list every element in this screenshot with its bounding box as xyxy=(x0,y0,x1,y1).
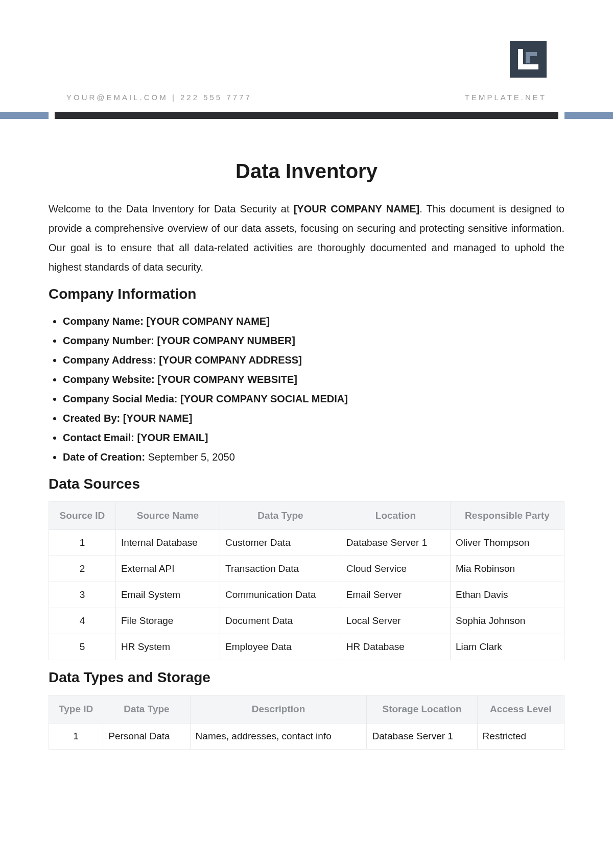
table-cell: Mia Robinson xyxy=(451,556,564,582)
table-cell: Customer Data xyxy=(220,530,341,556)
table-cell: External API xyxy=(115,556,220,582)
header-email: YOUR@EMAIL.COM xyxy=(66,93,168,102)
table-header: Data Type xyxy=(103,695,190,724)
table-header: Type ID xyxy=(49,695,103,724)
table-row: 1 Personal Data Names, addresses, contac… xyxy=(49,724,564,750)
table-cell: Document Data xyxy=(220,608,341,634)
table-header: Storage Location xyxy=(367,695,477,724)
table-cell: File Storage xyxy=(115,608,220,634)
table-cell: Internal Database xyxy=(115,530,220,556)
list-item: Contact Email: [YOUR EMAIL] xyxy=(63,428,564,447)
list-item: Company Name: [YOUR COMPANY NAME] xyxy=(63,311,564,331)
intro-paragraph: Welcome to the Data Inventory for Data S… xyxy=(49,199,564,277)
table-cell: Database Server 1 xyxy=(367,724,477,750)
table-cell: 1 xyxy=(49,530,116,556)
document-content: Data Inventory Welcome to the Data Inven… xyxy=(0,119,613,779)
table-cell: 5 xyxy=(49,634,116,660)
table-header: Description xyxy=(190,695,367,724)
table-header: Responsible Party xyxy=(451,502,564,530)
info-label: Created By: xyxy=(63,413,123,424)
info-value: [YOUR EMAIL] xyxy=(137,432,208,443)
info-value: [YOUR COMPANY NUMBER] xyxy=(157,335,295,346)
table-cell: Liam Clark xyxy=(451,634,564,660)
site-label: TEMPLATE.NET xyxy=(465,93,547,102)
info-label: Company Address: xyxy=(63,354,159,366)
info-label: Company Social Media: xyxy=(63,393,180,404)
table-row: 3 Email System Communication Data Email … xyxy=(49,582,564,608)
table-cell: 1 xyxy=(49,724,103,750)
table-header-row: Type ID Data Type Description Storage Lo… xyxy=(49,695,564,724)
table-row: 2 External API Transaction Data Cloud Se… xyxy=(49,556,564,582)
divider-bar xyxy=(0,112,613,119)
header-contact: YOUR@EMAIL.COM | 222 555 7777 xyxy=(66,93,252,102)
table-cell: Names, addresses, contact info xyxy=(190,724,367,750)
info-value: [YOUR COMPANY ADDRESS] xyxy=(159,354,302,366)
intro-placeholder: [YOUR COMPANY NAME] xyxy=(294,203,420,214)
table-cell: 4 xyxy=(49,608,116,634)
info-label: Company Website: xyxy=(63,374,157,385)
table-cell: Restricted xyxy=(477,724,564,750)
table-cell: Database Server 1 xyxy=(341,530,450,556)
info-label: Contact Email: xyxy=(63,432,137,443)
intro-before: Welcome to the Data Inventory for Data S… xyxy=(49,203,294,214)
table-header-row: Source ID Source Name Data Type Location… xyxy=(49,502,564,530)
info-label: Company Number: xyxy=(63,335,157,346)
info-value: September 5, 2050 xyxy=(148,451,235,463)
table-cell: 3 xyxy=(49,582,116,608)
table-cell: Email Server xyxy=(341,582,450,608)
list-item: Company Address: [YOUR COMPANY ADDRESS] xyxy=(63,350,564,370)
header-separator: | xyxy=(168,93,180,102)
table-header: Data Type xyxy=(220,502,341,530)
table-row: 4 File Storage Document Data Local Serve… xyxy=(49,608,564,634)
table-cell: 2 xyxy=(49,556,116,582)
table-cell: HR Database xyxy=(341,634,450,660)
page-title: Data Inventory xyxy=(49,160,564,183)
table-cell: Personal Data xyxy=(103,724,190,750)
data-sources-table: Source ID Source Name Data Type Location… xyxy=(49,501,564,660)
table-cell: Ethan Davis xyxy=(451,582,564,608)
info-value: [YOUR COMPANY NAME] xyxy=(146,316,269,327)
table-cell: HR System xyxy=(115,634,220,660)
list-item: Company Number: [YOUR COMPANY NUMBER] xyxy=(63,331,564,350)
info-value: [YOUR COMPANY WEBSITE] xyxy=(157,374,297,385)
table-cell: Email System xyxy=(115,582,220,608)
logo-icon xyxy=(510,41,547,78)
header-phone: 222 555 7777 xyxy=(180,93,252,102)
list-item: Date of Creation: September 5, 2050 xyxy=(63,447,564,467)
table-cell: Cloud Service xyxy=(341,556,450,582)
table-header: Access Level xyxy=(477,695,564,724)
table-cell: Communication Data xyxy=(220,582,341,608)
data-sources-heading: Data Sources xyxy=(49,476,564,492)
table-cell: Employee Data xyxy=(220,634,341,660)
company-info-list: Company Name: [YOUR COMPANY NAME] Compan… xyxy=(49,311,564,467)
list-item: Company Website: [YOUR COMPANY WEBSITE] xyxy=(63,370,564,389)
table-cell: Transaction Data xyxy=(220,556,341,582)
info-value: [YOUR COMPANY SOCIAL MEDIA] xyxy=(180,393,348,404)
table-header: Source ID xyxy=(49,502,116,530)
header-right: TEMPLATE.NET xyxy=(465,41,547,102)
table-header: Source Name xyxy=(115,502,220,530)
info-value: [YOUR NAME] xyxy=(123,413,193,424)
list-item: Created By: [YOUR NAME] xyxy=(63,408,564,428)
data-types-heading: Data Types and Storage xyxy=(49,669,564,686)
table-cell: Local Server xyxy=(341,608,450,634)
list-item: Company Social Media: [YOUR COMPANY SOCI… xyxy=(63,389,564,408)
table-row: 1 Internal Database Customer Data Databa… xyxy=(49,530,564,556)
document-header: YOUR@EMAIL.COM | 222 555 7777 TEMPLATE.N… xyxy=(0,0,613,112)
table-cell: Sophia Johnson xyxy=(451,608,564,634)
company-info-heading: Company Information xyxy=(49,286,564,302)
info-label: Company Name: xyxy=(63,316,146,327)
data-types-table: Type ID Data Type Description Storage Lo… xyxy=(49,695,564,750)
table-cell: Oliver Thompson xyxy=(451,530,564,556)
table-row: 5 HR System Employee Data HR Database Li… xyxy=(49,634,564,660)
table-header: Location xyxy=(341,502,450,530)
info-label: Date of Creation: xyxy=(63,451,148,463)
